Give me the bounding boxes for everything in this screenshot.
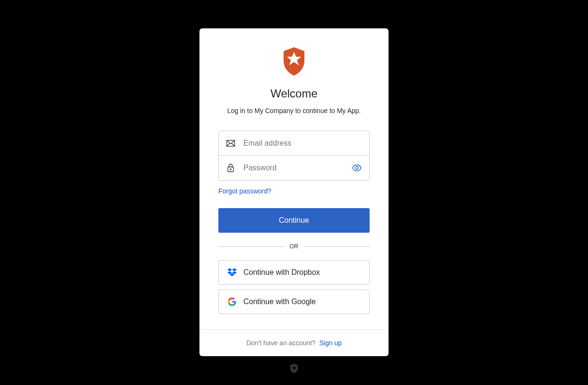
divider: OR [218, 243, 370, 250]
email-input[interactable] [243, 139, 362, 148]
mail-icon [226, 139, 235, 148]
password-row[interactable] [219, 156, 369, 180]
password-input[interactable] [243, 164, 352, 172]
continue-dropbox-button[interactable]: Continue with Dropbox [218, 260, 370, 285]
lock-icon [226, 164, 235, 172]
login-card: Welcome Log in to My Company to continue… [199, 28, 389, 356]
dropbox-button-label: Continue with Dropbox [243, 268, 320, 277]
signup-link[interactable]: Sign up [320, 339, 342, 347]
email-row[interactable] [219, 131, 369, 156]
signup-prompt: Don't have an account? [246, 339, 316, 347]
forgot-password-link[interactable]: Forgot password? [218, 187, 271, 195]
continue-button[interactable]: Continue [218, 208, 370, 233]
divider-line-left [218, 246, 284, 247]
page-subtitle: Log in to My Company to continue to My A… [227, 107, 361, 114]
google-button-label: Continue with Google [243, 298, 316, 306]
card-body: Welcome Log in to My Company to continue… [199, 28, 389, 329]
page-title: Welcome [270, 87, 318, 100]
credentials-group [218, 131, 370, 181]
svg-point-2 [230, 169, 231, 170]
google-icon [227, 297, 237, 306]
auth0-badge-icon [290, 364, 298, 373]
divider-label: OR [284, 243, 304, 250]
card-footer: Don't have an account? Sign up [199, 329, 389, 356]
dropbox-icon [227, 268, 237, 277]
divider-line-right [304, 246, 370, 247]
show-password-icon[interactable] [352, 163, 362, 173]
svg-point-3 [355, 166, 358, 169]
auth0-logo-icon [282, 47, 306, 76]
continue-google-button[interactable]: Continue with Google [218, 289, 370, 314]
